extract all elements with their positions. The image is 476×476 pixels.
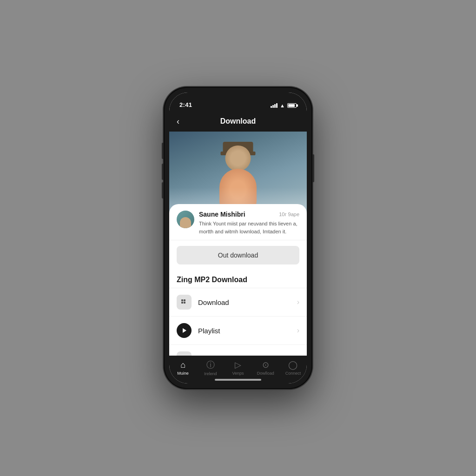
menu-item-share[interactable]: Share Miight ›: [169, 345, 307, 356]
chevron-icon: ›: [297, 326, 299, 335]
phone-device: 2:41 ▲ ‹ Download: [164, 87, 312, 389]
nav-bar: ‹ Download: [169, 111, 307, 132]
menu-label-playlist: Playlist: [198, 327, 291, 335]
user-time: 10г 9арe: [279, 212, 299, 217]
download-nav-icon: ⊙: [262, 360, 269, 370]
menu-item-playlist[interactable]: Playlist ›: [169, 317, 307, 345]
nav-label-connect: Connect: [285, 371, 301, 376]
battery-icon: [287, 103, 297, 108]
avatar: [177, 211, 194, 228]
connect-icon: ◯: [288, 360, 298, 370]
svg-rect-2: [181, 302, 183, 304]
chevron-icon: ›: [297, 298, 299, 306]
menu-list: Download › Playlist ›: [169, 288, 307, 356]
nav-item-videos[interactable]: ▷ Venps: [224, 360, 251, 376]
notch: [215, 98, 261, 108]
svg-marker-4: [183, 328, 186, 333]
user-name-row: Saune Mishibri 10г 9арe: [199, 211, 299, 218]
nav-item-trending[interactable]: ⓘ Irelend: [197, 359, 224, 376]
nav-title: Download: [220, 117, 256, 126]
nav-label-home: Muine: [177, 371, 189, 376]
menu-item-download[interactable]: Download ›: [169, 288, 307, 317]
avatar-inner: [180, 217, 191, 228]
out-download-button[interactable]: Out download: [177, 246, 299, 264]
wifi-icon: ▲: [280, 103, 285, 108]
nav-item-download[interactable]: ⊙ Dowlload: [252, 360, 279, 376]
svg-rect-3: [184, 302, 185, 304]
status-time: 2:41: [179, 101, 192, 108]
menu-label-download: Download: [198, 298, 291, 306]
home-icon: ⌂: [180, 360, 185, 370]
user-info-section: Saune Mishibri 10г 9арe Think Yount miis…: [169, 204, 307, 240]
home-indicator: [215, 379, 261, 381]
user-description: Think Yount miist par neuvand this lieve…: [199, 220, 299, 235]
play-icon: [177, 323, 192, 338]
back-button[interactable]: ‹: [177, 117, 179, 126]
nav-label-download: Dowlload: [257, 371, 274, 376]
share-icon: [177, 351, 192, 356]
play-nav-icon: ▷: [235, 360, 241, 370]
nav-item-connect[interactable]: ◯ Connect: [279, 360, 307, 376]
out-download-label: Out download: [218, 251, 258, 259]
nav-label-trending: Irelend: [204, 371, 217, 376]
head-graphic: [225, 145, 251, 171]
content-sheet: Saune Mishibri 10г 9арe Think Yount miis…: [169, 204, 307, 356]
user-name: Saune Mishibri: [199, 211, 245, 218]
hero-image: [169, 132, 307, 215]
phone-screen: 2:41 ▲ ‹ Download: [169, 93, 307, 383]
signal-bars-icon: [271, 103, 278, 108]
svg-rect-0: [181, 299, 183, 301]
user-details: Saune Mishibri 10г 9арe Think Yount miis…: [199, 211, 299, 235]
section-title: Zing MP2 Download: [169, 270, 307, 288]
status-icons: ▲: [271, 103, 297, 108]
svg-rect-1: [184, 299, 185, 301]
info-icon: ⓘ: [206, 359, 215, 370]
phone-body: 2:41 ▲ ‹ Download: [164, 87, 312, 389]
nav-label-videos: Venps: [232, 371, 244, 376]
nav-item-home[interactable]: ⌂ Muine: [169, 360, 197, 376]
download-icon: [177, 295, 192, 310]
